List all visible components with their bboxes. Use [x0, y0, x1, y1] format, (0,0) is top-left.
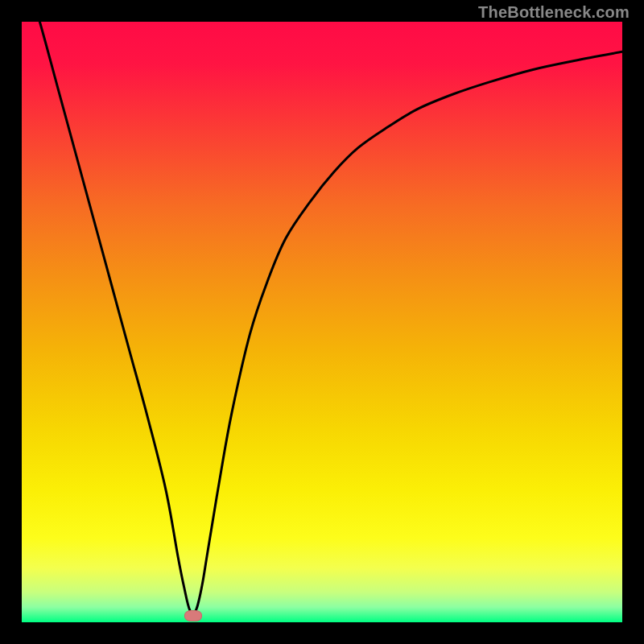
bottleneck-curve — [22, 22, 622, 622]
optimum-marker — [184, 610, 202, 621]
plot-area — [22, 22, 622, 622]
watermark-text: TheBottleneck.com — [478, 3, 630, 22]
chart-frame: TheBottleneck.com — [0, 0, 644, 644]
